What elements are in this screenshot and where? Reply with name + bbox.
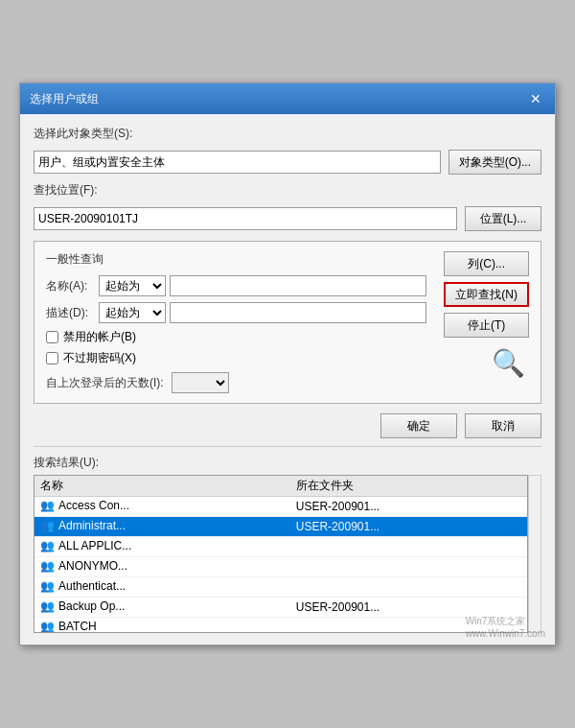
close-button[interactable]: ✕ — [526, 89, 545, 108]
table-row[interactable]: 👥Access Con...USER-200901... — [34, 497, 527, 517]
row-icon: 👥 — [40, 599, 56, 615]
results-table-container[interactable]: 名称 所在文件夹 👥Access Con...USER-200901...👥Ad… — [34, 475, 528, 633]
days-row: 自上次登录后的天数(I): — [46, 372, 426, 393]
row-icon: 👥 — [40, 559, 56, 575]
object-type-button[interactable]: 对象类型(O)... — [448, 150, 541, 175]
object-type-row: 选择此对象类型(S): — [34, 126, 541, 142]
object-type-label: 选择此对象类型(S): — [34, 126, 132, 142]
disabled-accounts-label: 禁用的帐户(B) — [63, 329, 136, 345]
location-input-row: 位置(L)... — [34, 206, 541, 231]
name-combo[interactable]: 起始为 — [99, 275, 166, 296]
ok-button[interactable]: 确定 — [380, 413, 457, 438]
row-icon: 👥 — [40, 519, 56, 534]
cancel-button[interactable]: 取消 — [465, 413, 541, 438]
table-row[interactable]: 👥ALL APPLIC... — [34, 537, 527, 557]
results-label: 搜索结果(U): — [34, 455, 541, 471]
name-row: 名称(A): 起始为 — [46, 275, 426, 296]
disabled-accounts-checkbox[interactable] — [46, 331, 58, 343]
no-expire-label: 不过期密码(X) — [63, 350, 136, 366]
results-table: 名称 所在文件夹 👥Access Con...USER-200901...👥Ad… — [34, 476, 527, 633]
no-expire-checkbox[interactable] — [46, 352, 58, 364]
cell-name: 👥ANONYMO... — [34, 557, 290, 577]
object-type-input[interactable] — [34, 151, 441, 174]
object-type-field — [34, 151, 441, 174]
search-now-button[interactable]: 立即查找(N) — [444, 282, 529, 307]
checkbox-disabled-row: 禁用的帐户(B) — [46, 329, 426, 345]
name-input[interactable] — [170, 275, 426, 296]
general-query-section: 一般性查询 名称(A): 起始为 描述(D): 起始为 — [34, 241, 541, 404]
desc-row: 描述(D): 起始为 — [46, 302, 426, 323]
cell-folder — [290, 537, 527, 557]
search-magnifier-icon: 🔍 — [492, 348, 525, 378]
row-icon: 👥 — [40, 539, 56, 554]
dialog-body: 选择此对象类型(S): 对象类型(O)... 查找位置(F): 位置(L)... — [20, 114, 555, 645]
cell-folder: USER-200901... — [290, 497, 527, 517]
watermark-line2: www.Winwin7.com — [466, 628, 545, 639]
confirm-row: 确定 取消 — [34, 413, 541, 438]
object-type-button-wrap: 对象类型(O)... — [448, 150, 541, 175]
results-table-wrapper: 名称 所在文件夹 👥Access Con...USER-200901...👥Ad… — [34, 475, 541, 633]
location-button-wrap: 位置(L)... — [465, 206, 541, 231]
desc-label: 描述(D): — [46, 305, 99, 321]
cell-name: 👥Backup Op... — [34, 598, 290, 618]
table-row[interactable]: 👥Administrat...USER-200901... — [34, 517, 527, 537]
cell-name: 👥Administrat... — [34, 517, 290, 537]
results-section: 搜索结果(U): 名称 所在文件夹 👥Access Con...USER-200… — [34, 446, 541, 633]
table-row[interactable]: 👥Backup Op...USER-200901... — [34, 598, 527, 618]
watermark-line1: Win7系统之家 — [466, 615, 545, 628]
stop-button[interactable]: 停止(T) — [444, 313, 529, 338]
location-field — [34, 207, 457, 230]
query-left: 一般性查询 名称(A): 起始为 描述(D): 起始为 — [46, 251, 426, 393]
desc-input[interactable] — [170, 302, 426, 323]
select-user-dialog: 选择用户或组 ✕ 选择此对象类型(S): 对象类型(O)... 查找位置(F):… — [19, 82, 556, 646]
dialog-title: 选择用户或组 — [30, 91, 99, 107]
general-query-title: 一般性查询 — [46, 251, 426, 268]
table-row[interactable]: 👥BATCH — [34, 618, 527, 634]
days-combo[interactable] — [172, 372, 229, 393]
location-label: 查找位置(F): — [34, 182, 110, 199]
cell-name: 👥Authenticat... — [34, 577, 290, 598]
cell-folder — [290, 577, 527, 598]
days-label: 自上次登录后的天数(I): — [46, 375, 164, 391]
list-columns-button[interactable]: 列(C)... — [444, 251, 529, 276]
search-icon-area: 🔍 — [444, 347, 529, 379]
object-type-input-row: 对象类型(O)... — [34, 150, 541, 175]
name-label: 名称(A): — [46, 278, 99, 294]
row-icon: 👥 — [40, 579, 56, 595]
query-right-buttons: 列(C)... 立即查找(N) 停止(T) 🔍 — [444, 251, 529, 393]
cell-name: 👥BATCH — [34, 618, 290, 634]
scrollbar[interactable] — [528, 475, 541, 633]
desc-combo[interactable]: 起始为 — [99, 302, 166, 323]
checkbox-noexpire-row: 不过期密码(X) — [46, 350, 426, 366]
row-icon: 👥 — [40, 620, 56, 633]
location-button[interactable]: 位置(L)... — [465, 206, 541, 231]
table-row[interactable]: 👥ANONYMO... — [34, 557, 527, 577]
watermark: Win7系统之家 www.Winwin7.com — [466, 615, 545, 639]
cell-name: 👥Access Con... — [34, 497, 290, 517]
col-name-header: 名称 — [34, 476, 290, 497]
col-folder-header: 所在文件夹 — [290, 476, 527, 497]
location-label-row: 查找位置(F): — [34, 182, 541, 199]
table-header-row: 名称 所在文件夹 — [34, 476, 527, 497]
cell-folder: USER-200901... — [290, 517, 527, 537]
cell-folder — [290, 557, 527, 577]
row-icon: 👥 — [40, 499, 56, 514]
table-row[interactable]: 👥Authenticat... — [34, 577, 527, 598]
query-main-area: 一般性查询 名称(A): 起始为 描述(D): 起始为 — [46, 251, 529, 393]
cell-name: 👥ALL APPLIC... — [34, 537, 290, 557]
title-bar: 选择用户或组 ✕ — [20, 83, 555, 114]
location-input[interactable] — [34, 207, 457, 230]
